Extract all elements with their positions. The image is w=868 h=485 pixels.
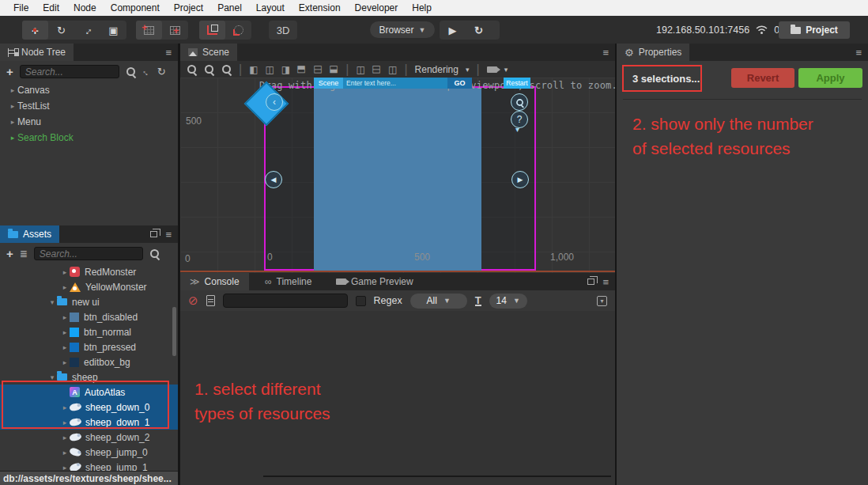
revert-button[interactable]: Revert	[731, 68, 794, 88]
asset-row-sheep-down-0[interactable]: ▸ sheep_down_0	[0, 400, 178, 415]
game-page-left-button[interactable]: ◀	[265, 171, 282, 188]
asset-row-sheep-jump-1[interactable]: ▸ sheep_jump_1	[0, 460, 178, 471]
properties-menu-icon[interactable]: ≡	[855, 47, 862, 59]
expand-all-icon[interactable]: ↔	[140, 65, 153, 78]
rendering-caret-icon[interactable]: ▾	[466, 66, 470, 74]
asset-row-sheep-down-1[interactable]: ▸ sheep_down_1	[0, 415, 178, 430]
game-search-button[interactable]	[511, 93, 528, 111]
asset-row-btn-pressed[interactable]: ▸ btn_pressed	[0, 339, 178, 354]
distribute-gap-icon[interactable]: ◫	[388, 64, 397, 75]
align-left-icon[interactable]: ◧	[296, 65, 308, 74]
font-size-dropdown[interactable]: 14 ▼	[489, 294, 527, 309]
node-row-testlist[interactable]: ▸ TestList	[0, 98, 178, 114]
asset-row-sheep-folder[interactable]: ▾ sheep	[0, 369, 178, 385]
popout-icon[interactable]	[150, 231, 157, 237]
collapse-arrow-icon[interactable]: ▸	[60, 283, 70, 291]
camera-icon[interactable]	[487, 66, 497, 73]
console-tab[interactable]: ≫ Console	[180, 273, 249, 290]
assets-menu-icon[interactable]: ≡	[165, 229, 172, 241]
open-project-button[interactable]: Project	[779, 21, 850, 39]
collapse-arrow-icon[interactable]: ▸	[8, 118, 17, 126]
collapse-arrow-icon[interactable]: ▸	[60, 404, 70, 411]
menu-developer[interactable]: Developer	[348, 2, 406, 13]
asset-row-btn-normal[interactable]: ▸ btn_normal	[0, 324, 178, 339]
align-bottom-icon[interactable]: ◨	[281, 64, 290, 75]
collapse-arrow-icon[interactable]: ▸	[8, 86, 17, 94]
assets-scrollbar[interactable]	[172, 307, 176, 356]
node-row-canvas[interactable]: ▸ Canvas	[0, 82, 178, 98]
node-tree-menu-icon[interactable]: ≡	[165, 47, 172, 59]
properties-tab[interactable]: ⚙ Properties	[617, 44, 689, 61]
rotate-tool-button[interactable]: ↻	[48, 21, 74, 40]
zoom-out-icon[interactable]	[204, 64, 214, 74]
asset-row-redmonster[interactable]: ▸ RedMonster	[0, 264, 178, 279]
asset-row-editbox-bg[interactable]: ▸ editbox_bg	[0, 354, 178, 369]
asset-row-sheep-jump-0[interactable]: ▸ sheep_jump_0	[0, 445, 178, 460]
world-coordinate-button[interactable]	[225, 21, 251, 40]
menu-file[interactable]: File	[6, 2, 36, 13]
apply-button[interactable]: Apply	[798, 68, 862, 88]
search-icon[interactable]	[126, 66, 136, 77]
node-row-menu[interactable]: ▸ Menu	[0, 114, 178, 130]
game-chevron-left-button[interactable]: ‹	[266, 93, 283, 111]
local-coordinate-button[interactable]	[199, 21, 225, 40]
search-icon[interactable]	[149, 248, 160, 259]
asset-row-btn-disabled[interactable]: ▸ btn_disabled	[0, 309, 178, 324]
scene-tab[interactable]: Scene	[180, 44, 237, 61]
asset-search-input[interactable]	[34, 247, 143, 260]
collapse-arrow-icon[interactable]: ▸	[60, 343, 70, 351]
collapse-arrow-icon[interactable]: ▸	[60, 419, 70, 426]
add-node-button[interactable]: +	[6, 65, 13, 78]
menu-layout[interactable]: Layout	[249, 2, 292, 13]
scale-tool-button[interactable]: ↔	[74, 21, 100, 40]
timeline-tab[interactable]: ∞ Timeline	[255, 273, 321, 290]
collapse-arrow-icon[interactable]: ▾	[47, 373, 57, 381]
open-log-icon[interactable]	[206, 295, 215, 306]
regex-checkbox[interactable]	[356, 296, 366, 306]
game-chevron-down-icon[interactable]: ▾	[515, 125, 519, 134]
game-restart-button[interactable]: Restart	[504, 78, 530, 89]
asset-row-autoatlas[interactable]: A AutoAtlas	[0, 385, 178, 400]
scene-menu-icon[interactable]: ≡	[602, 47, 609, 59]
move-tool-button[interactable]: +	[22, 21, 48, 40]
scene-viewport[interactable]: Drag with right mouse button to pan view…	[180, 78, 615, 273]
align-middle-icon[interactable]: ◫	[266, 64, 274, 75]
rendering-dropdown[interactable]: Rendering	[415, 64, 459, 75]
asset-row-sheep-down-2[interactable]: ▸ sheep_down_2	[0, 430, 178, 445]
popout-icon[interactable]	[587, 278, 594, 285]
align-right-icon[interactable]: ◨	[329, 65, 340, 74]
node-row-search-block[interactable]: ▸ Search Block	[0, 130, 178, 146]
console-horizontal-scrollbar[interactable]	[263, 476, 611, 477]
collapse-arrow-icon[interactable]: ▸	[60, 434, 70, 441]
game-page-right-button[interactable]: ▶	[511, 171, 529, 188]
menu-panel[interactable]: Panel	[210, 2, 249, 13]
align-center-icon[interactable]: ◫	[312, 65, 323, 74]
console-filter-input[interactable]	[223, 294, 348, 308]
menu-edit[interactable]: Edit	[36, 2, 66, 13]
camera-caret-icon[interactable]: ▾	[504, 66, 508, 74]
collapse-log-icon[interactable]: ▾	[597, 296, 607, 306]
zoom-in-icon[interactable]	[187, 64, 197, 74]
collapse-arrow-icon[interactable]: ▸	[60, 268, 70, 276]
asset-row-new-ui[interactable]: ▾ new ui	[0, 294, 178, 309]
collapse-arrow-icon[interactable]: ▸	[8, 134, 17, 142]
collapse-arrow-icon[interactable]: ▸	[60, 358, 70, 366]
menu-node[interactable]: Node	[66, 2, 104, 13]
refresh-preview-button[interactable]: ↻	[466, 21, 492, 40]
collapse-arrow-icon[interactable]: ▸	[60, 313, 70, 321]
background-node[interactable]	[314, 88, 481, 271]
distribute-horizontal-icon[interactable]: ◫	[356, 64, 364, 75]
menu-component[interactable]: Component	[104, 2, 167, 13]
distribute-vertical-icon[interactable]: ◫	[371, 65, 382, 74]
collapse-arrow-icon[interactable]: ▸	[60, 464, 70, 472]
game-go-button[interactable]: GO	[447, 78, 472, 89]
sort-icon[interactable]: ≣	[20, 248, 28, 260]
pivot-position-button[interactable]: +	[136, 21, 162, 40]
clear-console-icon[interactable]: ⊘	[188, 294, 198, 308]
zoom-reset-icon[interactable]	[221, 64, 232, 74]
asset-row-yellowmonster[interactable]: ▸ YellowMonster	[0, 279, 178, 294]
menu-extension[interactable]: Extension	[292, 2, 348, 13]
play-button[interactable]: ▶	[440, 21, 466, 40]
preview-target-dropdown[interactable]: Browser ▼	[370, 21, 435, 38]
console-log-area[interactable]: 1. select different types of resources	[180, 311, 615, 485]
